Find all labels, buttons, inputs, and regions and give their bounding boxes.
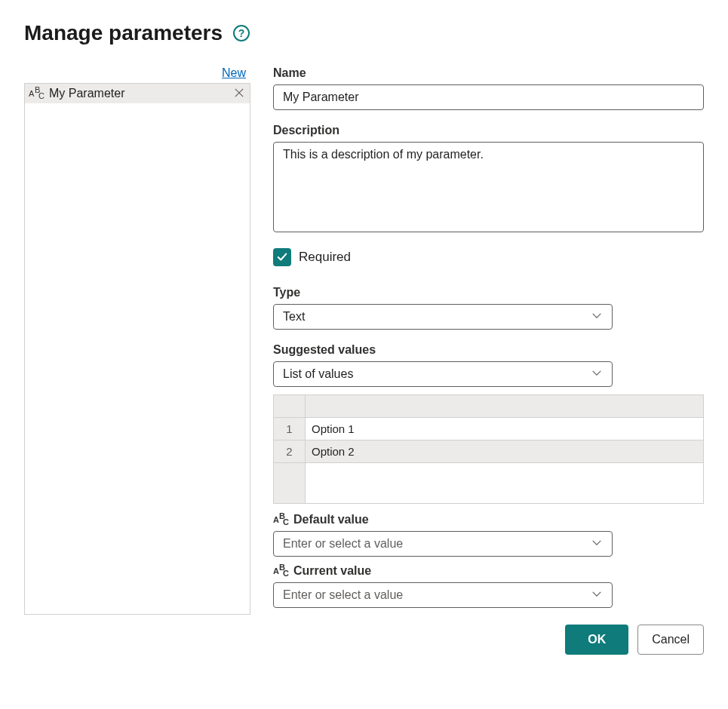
suggested-values-select[interactable]: List of values [273, 361, 613, 387]
type-label: Type [273, 286, 704, 299]
new-parameter-link[interactable]: New [222, 66, 246, 79]
current-value-label: Current value [293, 564, 371, 578]
name-input[interactable] [273, 84, 704, 110]
cancel-button[interactable]: Cancel [637, 625, 704, 655]
parameter-list: ABC My Parameter [24, 83, 250, 615]
suggested-values-label: Suggested values [273, 343, 704, 357]
required-checkbox[interactable] [273, 248, 291, 266]
grid-cell[interactable]: Option 1 [306, 418, 703, 440]
grid-row-number: 2 [274, 440, 306, 462]
grid-cell[interactable]: Option 2 [306, 440, 703, 462]
grid-row[interactable]: 1 Option 1 [274, 418, 703, 440]
sidebar: New ABC My Parameter [24, 66, 250, 615]
text-type-icon: ABC [29, 87, 45, 100]
description-input[interactable]: This is a description of my parameter. [273, 142, 704, 232]
delete-parameter-icon[interactable] [235, 87, 244, 100]
default-value-label: Default value [293, 513, 369, 526]
help-icon[interactable]: ? [233, 25, 250, 41]
name-label: Name [273, 66, 704, 80]
ok-button[interactable]: OK [565, 625, 628, 655]
page-header: Manage parameters ? [24, 21, 704, 45]
required-label: Required [299, 250, 351, 265]
parameter-list-item[interactable]: ABC My Parameter [25, 84, 250, 103]
values-grid: 1 Option 1 2 Option 2 [273, 394, 704, 504]
text-type-icon: ABC [273, 564, 290, 578]
type-select[interactable]: Text [273, 304, 613, 330]
default-value-select[interactable]: Enter or select a value [273, 531, 613, 557]
parameter-form: Name Description This is a description o… [273, 66, 704, 655]
grid-row[interactable]: 2 Option 2 [274, 440, 703, 463]
dialog-footer: OK Cancel [273, 625, 704, 655]
page-title: Manage parameters [24, 21, 223, 45]
grid-row-number: 1 [274, 418, 306, 440]
description-label: Description [273, 124, 704, 137]
parameter-item-name: My Parameter [49, 87, 231, 100]
text-type-icon: ABC [273, 513, 290, 526]
current-value-select[interactable]: Enter or select a value [273, 582, 613, 608]
